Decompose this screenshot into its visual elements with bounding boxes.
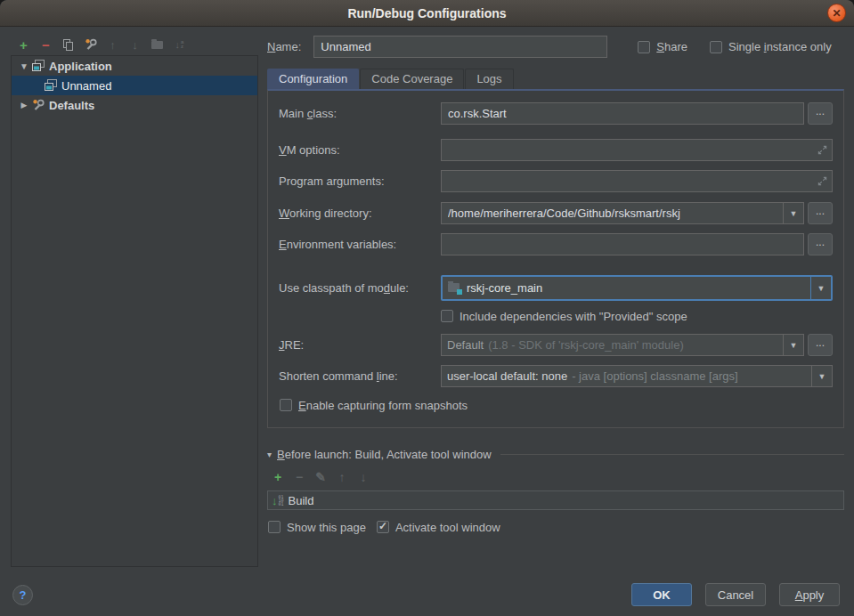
collapse-triangle-icon[interactable]: ▾ [267,450,272,459]
vm-options-label: VM options: [279,143,441,157]
program-arguments-input[interactable] [442,171,812,191]
chevron-down-icon[interactable]: ▼ [783,335,803,355]
environment-variables-browse-button[interactable]: ... [808,233,833,255]
expand-triangle-icon[interactable]: ▼ [17,61,31,71]
folder-icon [151,41,163,49]
sort-arrow-icon: ↓ [175,39,181,50]
checkbox-checked-icon [377,521,389,533]
show-this-page-label: Show this page [287,521,366,534]
share-label: Share [656,40,687,53]
single-instance-checkbox[interactable]: Single instance only [710,40,832,53]
ok-button[interactable]: OK [631,583,692,606]
main-class-browse-button[interactable]: ... [808,102,833,125]
program-arguments-row: Program arguments: [279,170,833,192]
run-debug-configurations-dialog: Run/Debug Configurations ✕ + − ↑ ↓ ↓ az … [0,0,854,616]
create-folder-button[interactable] [146,36,168,53]
main-class-row: Main class: ... [279,102,833,125]
tab-logs[interactable]: Logs [465,69,513,89]
vm-options-field [441,139,833,161]
expand-field-icon[interactable] [812,171,832,191]
name-input[interactable] [313,36,607,58]
configurations-tree: ▼ Application Unnamed ▶ [11,55,258,567]
shorten-command-line-value: user-local default: none - java [options… [442,369,811,383]
close-icon[interactable]: ✕ [827,4,846,22]
expand-field-icon[interactable] [812,140,832,160]
tree-item-application[interactable]: ▼ Application [12,56,257,76]
tree-item-unnamed[interactable]: Unnamed [12,76,257,95]
jre-label: JRE: [279,338,441,352]
cancel-button[interactable]: Cancel [705,583,766,606]
dialog-buttons: OK Cancel Apply [618,583,840,606]
environment-variables-row: Environment variables: ... [279,233,833,255]
chevron-down-icon[interactable]: ▼ [811,366,832,386]
include-provided-checkbox[interactable]: Include dependencies with "Provided" sco… [441,310,687,323]
capture-snapshots-checkbox[interactable]: Enable capturing form snapshots [280,399,468,412]
copy-configuration-button[interactable] [57,36,79,53]
collapse-triangle-icon[interactable]: ▶ [17,101,31,109]
capture-snapshots-row: Enable capturing form snapshots [279,397,833,413]
configuration-tab-panel: Main class: ... VM options: Program argu… [267,89,844,428]
add-task-button[interactable]: + [267,469,289,485]
vm-options-row: VM options: [279,139,833,161]
dialog-title: Run/Debug Configurations [347,6,506,20]
divider [500,454,844,455]
tree-item-label: Application [49,60,112,73]
edit-defaults-button[interactable] [79,36,102,53]
tab-configuration[interactable]: Configuration [267,69,359,89]
single-instance-label: Single instance only [728,40,832,53]
module-icon [448,282,462,295]
jre-browse-button[interactable]: ... [808,334,833,356]
move-task-down-button[interactable]: ↓ [353,469,374,485]
tree-item-defaults[interactable]: ▶ Defaults [12,95,257,115]
share-checkbox[interactable]: Share [638,40,687,53]
application-icon [44,78,58,93]
include-provided-label: Include dependencies with "Provided" sco… [460,310,687,323]
add-configuration-button[interactable]: + [12,36,35,53]
shorten-command-line-combobox[interactable]: user-local default: none - java [options… [441,365,833,387]
before-launch-task-build[interactable]: ↓ 01 10 01 Build [267,490,844,510]
checkbox-icon [638,41,650,53]
sort-az-icon: az [181,40,183,49]
jre-row: JRE: Default (1.8 - SDK of 'rskj-core_ma… [279,334,833,356]
copy-icon [63,39,74,51]
activate-tool-window-checkbox[interactable]: Activate tool window [377,521,500,534]
module-combobox[interactable]: rskj-core_main ▼ [441,275,833,301]
use-classpath-row: Use classpath of module: rskj-core_main … [279,275,833,301]
jre-combobox[interactable]: Default (1.8 - SDK of 'rskj-core_main' m… [441,334,804,356]
working-directory-row: Working directory: ▼ ... [279,202,833,224]
help-button[interactable]: ? [12,585,33,605]
remove-configuration-button[interactable]: − [35,36,57,53]
vm-options-input[interactable] [442,140,812,160]
module-value: rskj-core_main [443,281,810,295]
checkbox-icon [280,399,292,411]
remove-task-button[interactable]: − [289,469,310,485]
capture-snapshots-label: Enable capturing form snapshots [298,399,468,412]
task-label: Build [289,494,314,507]
tab-code-coverage[interactable]: Code Coverage [360,69,464,89]
show-this-page-checkbox[interactable]: Show this page [268,521,366,534]
main-class-label: Main class: [279,107,441,120]
before-launch-header[interactable]: ▾ Before launch: Build, Activate tool wi… [267,446,844,462]
chevron-down-icon[interactable]: ▼ [783,203,803,223]
move-down-button[interactable]: ↓ [124,36,146,53]
working-directory-input[interactable] [442,203,783,223]
move-up-button[interactable]: ↑ [102,36,124,53]
tree-item-label: Defaults [49,99,94,112]
page-options-row: Show this page Activate tool window [267,519,844,535]
working-directory-browse-button[interactable]: ... [808,202,833,224]
checkbox-icon [441,310,453,322]
apply-button[interactable]: Apply [779,583,840,606]
working-directory-field: ▼ [441,202,804,224]
edit-task-button[interactable]: ✎ [310,469,331,485]
shorten-command-line-label: Shorten command line: [279,369,441,383]
environment-variables-input[interactable] [442,234,803,255]
environment-variables-label: Environment variables: [279,238,441,251]
program-arguments-field [441,170,833,192]
titlebar: Run/Debug Configurations ✕ [0,0,854,27]
move-task-up-button[interactable]: ↑ [331,469,353,485]
sort-configurations-button[interactable]: ↓ az [168,36,191,53]
include-provided-row: Include dependencies with "Provided" sco… [441,308,833,324]
main-class-input[interactable] [442,103,803,124]
before-launch-title: Before launch: Build, Activate tool wind… [277,448,492,461]
chevron-down-icon[interactable]: ▼ [810,277,831,299]
